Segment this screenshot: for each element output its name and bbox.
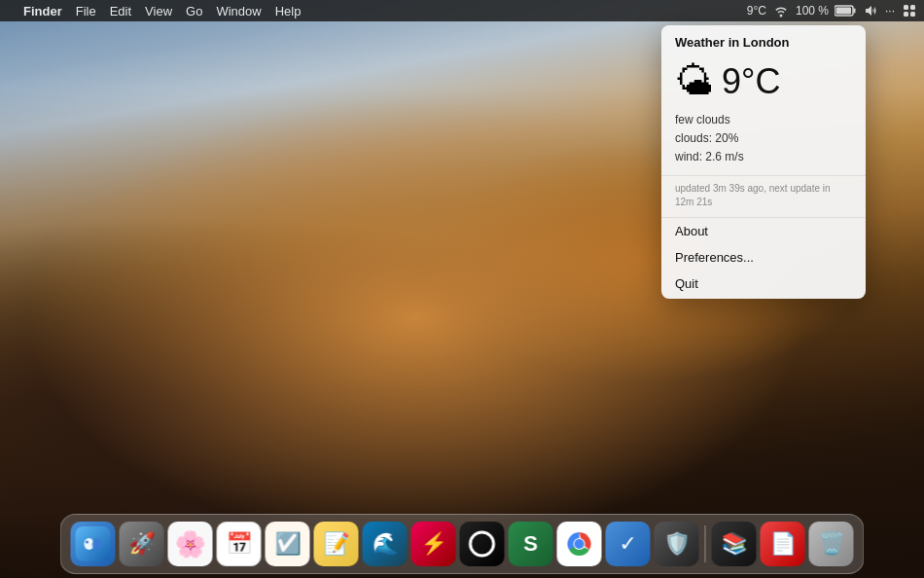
- menubar: Finder File Edit View Go Window Help 9°C…: [0, 0, 924, 21]
- edge-icon: 🌊: [372, 531, 398, 557]
- notes-icon: 📝: [323, 531, 349, 557]
- weather-icon: 🌤: [675, 59, 714, 103]
- battery-status[interactable]: 100 %: [796, 4, 856, 18]
- svg-point-15: [575, 539, 585, 549]
- kindle-icon: 📚: [721, 531, 747, 557]
- dock-circle[interactable]: [460, 522, 505, 566]
- dock-trash[interactable]: 🗑️: [809, 522, 854, 566]
- svg-rect-1: [853, 9, 855, 14]
- dock-s-app[interactable]: S: [509, 522, 553, 566]
- wifi-icon[interactable]: [774, 4, 788, 18]
- go-menu[interactable]: Go: [186, 4, 202, 18]
- dock-calendar[interactable]: 📅: [217, 522, 262, 566]
- check-icon: ✓: [620, 531, 637, 557]
- trash-icon: 🗑️: [818, 531, 844, 557]
- svg-point-12: [471, 532, 494, 556]
- weather-updated-line1: updated 3m 39s ago, next update in: [675, 182, 852, 196]
- finder-menu[interactable]: Finder: [23, 4, 62, 18]
- weather-condition: few clouds: [675, 111, 852, 129]
- help-menu[interactable]: Help: [275, 4, 302, 18]
- svg-rect-3: [904, 5, 908, 10]
- weather-about-item[interactable]: About: [661, 218, 866, 244]
- dock-swift[interactable]: ⚡: [411, 522, 456, 566]
- dock-edge[interactable]: 🌊: [363, 522, 408, 566]
- weather-status-bar[interactable]: 9°C: [747, 4, 766, 18]
- dock-photos[interactable]: 🌸: [168, 522, 213, 566]
- dock: 🚀 🌸 📅 ☑️ 📝 🌊 ⚡ S: [60, 514, 865, 574]
- dock-reminders[interactable]: ☑️: [266, 522, 310, 566]
- svg-rect-5: [904, 12, 908, 17]
- weather-wind: wind: 2.6 m/s: [675, 148, 852, 166]
- svg-point-10: [86, 541, 89, 544]
- extras-dots[interactable]: ···: [885, 4, 895, 18]
- pdf-icon: 📄: [769, 531, 796, 557]
- reminders-icon: ☑️: [274, 531, 301, 557]
- dock-kindle[interactable]: 📚: [712, 522, 757, 566]
- svg-rect-2: [835, 8, 851, 15]
- dock-chrome[interactable]: [557, 522, 602, 566]
- photos-icon: 🌸: [175, 529, 206, 560]
- vpn-icon: 🛡️: [663, 531, 690, 557]
- dock-separator: [705, 525, 706, 562]
- view-menu[interactable]: View: [145, 4, 172, 18]
- weather-city: Weather in London: [661, 25, 866, 55]
- weather-clouds: clouds: 20%: [675, 129, 852, 148]
- weather-temperature: 9°C: [722, 61, 780, 102]
- weather-popup: Weather in London 🌤 9°C few clouds cloud…: [661, 25, 866, 299]
- dock-notes[interactable]: 📝: [314, 522, 359, 566]
- edit-menu[interactable]: Edit: [110, 4, 131, 18]
- dock-vpn[interactable]: 🛡️: [655, 522, 699, 566]
- svg-point-11: [89, 541, 92, 544]
- dock-check[interactable]: ✓: [606, 522, 651, 566]
- battery-percent: 100 %: [796, 4, 829, 18]
- dock-launchpad[interactable]: 🚀: [120, 522, 164, 566]
- weather-updated-line2: 12m 21s: [675, 196, 852, 209]
- svg-rect-4: [910, 5, 915, 10]
- launchpad-icon: 🚀: [128, 531, 155, 557]
- file-menu[interactable]: File: [76, 4, 96, 18]
- dock-pdf[interactable]: 📄: [761, 522, 805, 566]
- weather-preferences-item[interactable]: Preferences...: [661, 244, 866, 271]
- volume-icon[interactable]: [864, 4, 877, 18]
- svg-point-9: [92, 538, 102, 550]
- window-menu[interactable]: Window: [216, 4, 261, 18]
- swift-icon: ⚡: [420, 531, 446, 557]
- weather-quit-item[interactable]: Quit: [661, 271, 866, 299]
- svg-rect-6: [910, 12, 915, 17]
- s-icon: S: [523, 531, 538, 557]
- weather-temp-menubar: 9°C: [747, 4, 766, 18]
- control-center-icon[interactable]: [903, 4, 916, 18]
- dock-finder[interactable]: [71, 522, 116, 566]
- calendar-icon: 📅: [226, 531, 252, 557]
